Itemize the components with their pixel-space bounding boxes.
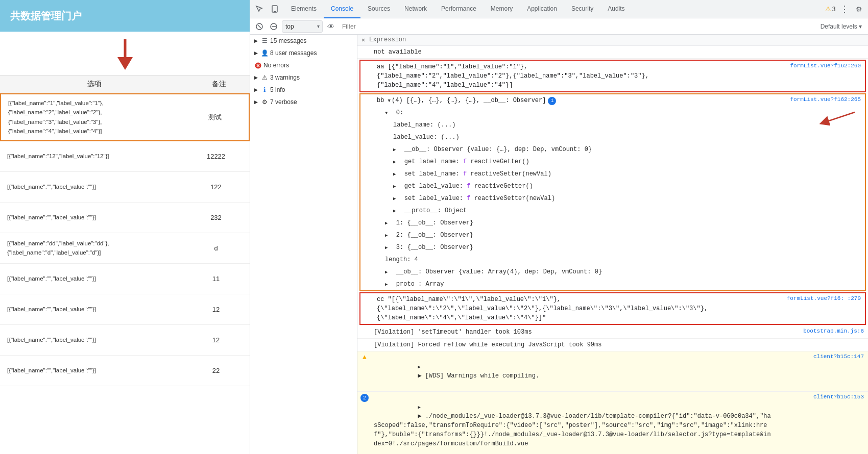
inspect-icon[interactable] (252, 2, 267, 16)
violation2-entry: [Violation] Forced reflow while executin… (357, 339, 868, 351)
table-row: [{"label_name":"","label_value":""}]11 (0, 264, 250, 294)
bb-source-link[interactable]: formList.vue?f162:265 (790, 96, 861, 103)
clear-console-icon[interactable] (253, 20, 266, 33)
device-icon[interactable] (268, 2, 282, 16)
bb-label-name-text: label_name: (...) (393, 121, 455, 129)
table-row[interactable]: [{"label_name":"1","label_value":"1"},{"… (0, 93, 250, 141)
devtools-tab-bar: Elements Console Sources Network Perform… (250, 0, 868, 18)
cc-log-entry: cc "[{\"label_name\":\"1\",\"label_value… (360, 293, 865, 324)
default-levels-button[interactable]: Default levels ▾ (817, 22, 865, 31)
row-col2-7: 12 (185, 336, 247, 344)
violation1-entry: [Violation] 'setTimeout' handler took 10… (357, 326, 868, 339)
svg-line-5 (258, 25, 261, 28)
bb-ob-text: __ob__: Observer {value: {…}, dep: Dep, … (401, 146, 592, 153)
bb-ob-entry: __ob__: Observer {value: {…}, dep: Dep, … (360, 143, 865, 156)
wds-warning-entry: ▲ ▶ [WDS] Warnings while compiling. clie… (357, 351, 868, 392)
bb-header-text: bb (4) [{…}, {…}, {…}, {…}, __ob__: Obse… (377, 97, 556, 104)
bb-proto2-text: proto : Array (393, 281, 444, 288)
tab-audits[interactable]: Audits (600, 0, 632, 18)
warning2-source-link[interactable]: client?b15c:153 (813, 394, 864, 400)
bb-header-entry: bb (4) [{…}, {…}, {…}, {…}, __ob__: Obse… (360, 94, 865, 107)
settings-icon[interactable]: ⚙ (852, 2, 866, 16)
block-icon[interactable] (268, 20, 280, 33)
bb-set-ln-text: set label_name: f reactiveSetter(newVal) (401, 170, 551, 178)
row-col2-1: 12222 (185, 153, 247, 160)
context-select[interactable]: top (282, 20, 323, 33)
row-col2-5: 11 (185, 275, 247, 283)
bb-3-entry: 3: {__ob__: Observer} (360, 241, 865, 254)
bb-length-text: length: 4 (385, 256, 418, 263)
expression-header: ✕ Expression (357, 35, 868, 46)
log-not-available: not available (357, 46, 868, 59)
tab-console[interactable]: Console (324, 0, 360, 18)
user-icon: 👤 (261, 49, 268, 57)
arrow-container (0, 32, 250, 75)
warning-badge[interactable]: ⚠ 3 (823, 2, 837, 16)
bb-0-entry: 0: (360, 107, 865, 119)
bb-set-lv-text: set label_value: f reactiveSetter(newVal… (401, 195, 555, 202)
eye-icon[interactable]: 👁 (325, 20, 337, 33)
aa-text: aa [{"label_name":"1","label_value":"1"}… (377, 63, 649, 89)
tab-performance[interactable]: Performance (434, 0, 484, 18)
bb-2-entry: 2: {__ob__: Observer} (360, 229, 865, 241)
sidebar-item-all[interactable]: ☰ 15 messages (250, 35, 357, 47)
cc-entry-box: cc "[{\"label_name\":\"1\",\"label_value… (359, 292, 866, 325)
console-content: ✕ Expression not available aa [{"label_n… (357, 35, 868, 454)
list-icon: ☰ (261, 37, 268, 44)
left-panel: 共数据管理门户 选项 备注 [{"label_name":"1","label_… (0, 0, 250, 454)
col2-header: 备注 (188, 80, 250, 89)
cc-source-link[interactable]: formList.vue?f16: :270 (787, 295, 861, 301)
tab-icons (252, 2, 282, 16)
tab-security[interactable]: Security (564, 0, 600, 18)
expression-close-icon[interactable]: ✕ (361, 36, 365, 44)
expand-icon-user (254, 51, 258, 56)
context-select-wrap: top (282, 20, 323, 33)
tab-sources[interactable]: Sources (360, 0, 397, 18)
row-col1-1: [{"label_name":"12","label_value":"12"}] (3, 152, 185, 161)
row-col1-4: [{"label_name":"dd","label_value":"dd"},… (3, 239, 185, 258)
bb-ob2-text: __ob__: Observer {value: Array(4), dep: … (393, 268, 602, 275)
violation1-source-link[interactable]: bootstrap.min.js:6 (803, 328, 864, 334)
bb-get-ln-entry: get label_name: f reactiveGetter() (360, 156, 865, 168)
sidebar-item-errors[interactable]: No errors (250, 59, 357, 71)
bb-get-lv-text: get label_value: f reactiveGetter() (401, 183, 533, 190)
expand-icon-all (254, 38, 258, 43)
svg-rect-3 (274, 11, 276, 12)
tab-memory[interactable]: Memory (484, 0, 520, 18)
verbose-icon: ⚙ (261, 98, 268, 106)
table-row: [{"label_name":"dd","label_value":"dd"},… (0, 233, 250, 264)
sidebar-item-warnings[interactable]: ⚠ 3 warnings (250, 71, 357, 84)
sidebar-item-info[interactable]: ℹ 5 info (250, 84, 357, 96)
warning-triangle-icon: ▲ (363, 354, 367, 361)
filter-input[interactable] (339, 22, 815, 31)
tab-network[interactable]: Network (397, 0, 434, 18)
violation1-text: [Violation] 'setTimeout' handler took 10… (374, 329, 532, 336)
aa-log-entry: aa [{"label_name":"1","label_value":"1"}… (360, 61, 865, 91)
bb-proto-entry: __proto__: Object (360, 205, 865, 217)
tab-application[interactable]: Application (520, 0, 564, 18)
row-col1-3: [{"label_name":"","label_value":""}] (3, 213, 185, 222)
violation2-text: [Violation] Forced reflow while executin… (374, 341, 601, 348)
sidebar-item-verbose[interactable]: ⚙ 7 verbose (250, 96, 357, 108)
row-col2-0: 测试 (184, 113, 246, 122)
row-col2-3: 232 (185, 214, 247, 221)
bb-1-entry: 1: {__ob__: Observer} (360, 217, 865, 229)
expression-label: Expression (369, 36, 406, 44)
bb-get-ln-text: get label_name: f reactiveGetter() (401, 158, 529, 165)
aa-source-link[interactable]: formList.vue?f162:260 (790, 63, 861, 69)
devtools-panel: Elements Console Sources Network Perform… (250, 0, 868, 454)
cc-text: cc "[{\"label_name\":\"1\",\"label_value… (377, 296, 708, 321)
expand-icon-verbose (254, 99, 258, 105)
bb-0-text: 0: (393, 109, 404, 116)
bb-set-lv-entry: set label_value: f reactiveSetter(newVal… (360, 192, 865, 205)
sidebar-item-user[interactable]: 👤 8 user messages (250, 47, 357, 59)
table-row: [{"label_name":"","label_value":""}]22 (0, 356, 250, 386)
wds-source-link[interactable]: client?b15c:147 (813, 354, 864, 360)
wds-warning-text: ▶ [WDS] Warnings while compiling. (374, 363, 539, 389)
row-col1-6: [{"label_name":"","label_value":""}] (3, 305, 185, 314)
bb-ob2-entry: __ob__: Observer {value: Array(4), dep: … (360, 266, 865, 278)
tab-elements[interactable]: Elements (284, 0, 324, 18)
more-options-icon[interactable]: ⋮ (837, 2, 852, 16)
row-col1-8: [{"label_name":"","label_value":""}] (3, 366, 185, 375)
error-icon (254, 62, 261, 69)
